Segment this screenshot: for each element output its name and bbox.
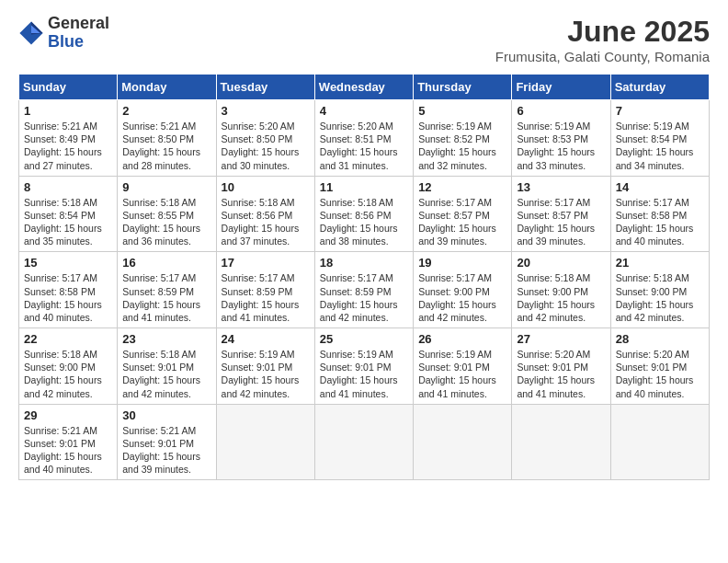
table-row: 14Sunrise: 5:17 AM Sunset: 8:58 PM Dayli… bbox=[610, 176, 709, 252]
table-row: 5Sunrise: 5:19 AM Sunset: 8:52 PM Daylig… bbox=[414, 100, 512, 177]
table-row bbox=[610, 404, 709, 480]
day-number: 3 bbox=[222, 104, 310, 118]
day-number: 4 bbox=[320, 104, 408, 118]
table-row: 3Sunrise: 5:20 AM Sunset: 8:50 PM Daylig… bbox=[216, 100, 314, 177]
table-row: 21Sunrise: 5:18 AM Sunset: 9:00 PM Dayli… bbox=[610, 252, 709, 328]
header-tuesday: Tuesday bbox=[216, 75, 314, 100]
calendar-header-row: Sunday Monday Tuesday Wednesday Thursday… bbox=[19, 75, 710, 100]
day-number: 21 bbox=[616, 256, 704, 270]
table-row: 29Sunrise: 5:21 AM Sunset: 9:01 PM Dayli… bbox=[19, 404, 118, 480]
day-info: Sunrise: 5:19 AM Sunset: 9:01 PM Dayligh… bbox=[418, 348, 506, 400]
day-info: Sunrise: 5:17 AM Sunset: 9:00 PM Dayligh… bbox=[418, 271, 506, 324]
subtitle: Frumusita, Galati County, Romania bbox=[495, 49, 710, 64]
table-row: 25Sunrise: 5:19 AM Sunset: 9:01 PM Dayli… bbox=[314, 328, 413, 405]
day-number: 5 bbox=[418, 104, 506, 118]
day-number: 16 bbox=[122, 256, 210, 270]
day-info: Sunrise: 5:20 AM Sunset: 9:01 PM Dayligh… bbox=[616, 348, 704, 400]
calendar: Sunday Monday Tuesday Wednesday Thursday… bbox=[18, 74, 710, 480]
table-row: 6Sunrise: 5:19 AM Sunset: 8:53 PM Daylig… bbox=[512, 100, 610, 177]
day-number: 26 bbox=[418, 332, 506, 346]
table-row: 1Sunrise: 5:21 AM Sunset: 8:49 PM Daylig… bbox=[19, 100, 118, 177]
day-number: 27 bbox=[517, 332, 605, 346]
header-thursday: Thursday bbox=[414, 75, 512, 100]
table-row: 30Sunrise: 5:21 AM Sunset: 9:01 PM Dayli… bbox=[118, 404, 216, 480]
day-number: 28 bbox=[616, 332, 704, 346]
day-number: 2 bbox=[122, 104, 210, 118]
main-title: June 2025 bbox=[495, 15, 710, 49]
table-row bbox=[314, 404, 413, 480]
day-number: 23 bbox=[122, 332, 210, 346]
day-info: Sunrise: 5:19 AM Sunset: 8:52 PM Dayligh… bbox=[418, 120, 506, 172]
day-number: 13 bbox=[517, 180, 605, 194]
day-info: Sunrise: 5:18 AM Sunset: 8:54 PM Dayligh… bbox=[24, 196, 112, 248]
table-row: 11Sunrise: 5:18 AM Sunset: 8:56 PM Dayli… bbox=[314, 176, 413, 252]
day-info: Sunrise: 5:18 AM Sunset: 9:01 PM Dayligh… bbox=[122, 348, 210, 400]
day-info: Sunrise: 5:20 AM Sunset: 8:50 PM Dayligh… bbox=[222, 120, 310, 172]
table-row: 22Sunrise: 5:18 AM Sunset: 9:00 PM Dayli… bbox=[19, 328, 118, 405]
table-row: 20Sunrise: 5:18 AM Sunset: 9:00 PM Dayli… bbox=[512, 252, 610, 328]
header-saturday: Saturday bbox=[610, 75, 709, 100]
table-row: 19Sunrise: 5:17 AM Sunset: 9:00 PM Dayli… bbox=[414, 252, 512, 328]
header: General Blue June 2025 Frumusita, Galati… bbox=[18, 15, 710, 64]
day-info: Sunrise: 5:17 AM Sunset: 8:58 PM Dayligh… bbox=[616, 196, 704, 248]
day-info: Sunrise: 5:19 AM Sunset: 8:54 PM Dayligh… bbox=[616, 120, 704, 172]
day-number: 25 bbox=[320, 332, 408, 346]
header-sunday: Sunday bbox=[19, 75, 118, 100]
day-info: Sunrise: 5:18 AM Sunset: 8:55 PM Dayligh… bbox=[122, 196, 210, 248]
table-row: 2Sunrise: 5:21 AM Sunset: 8:50 PM Daylig… bbox=[118, 100, 216, 177]
day-info: Sunrise: 5:18 AM Sunset: 9:00 PM Dayligh… bbox=[517, 271, 605, 324]
day-info: Sunrise: 5:18 AM Sunset: 8:56 PM Dayligh… bbox=[222, 196, 310, 248]
day-number: 14 bbox=[616, 180, 704, 194]
logo-blue-text: Blue bbox=[48, 33, 109, 52]
table-row: 13Sunrise: 5:17 AM Sunset: 8:57 PM Dayli… bbox=[512, 176, 610, 252]
header-friday: Friday bbox=[512, 75, 610, 100]
day-number: 18 bbox=[320, 256, 408, 270]
table-row: 28Sunrise: 5:20 AM Sunset: 9:01 PM Dayli… bbox=[610, 328, 709, 405]
day-number: 12 bbox=[418, 180, 506, 194]
table-row: 8Sunrise: 5:18 AM Sunset: 8:54 PM Daylig… bbox=[19, 176, 118, 252]
header-monday: Monday bbox=[118, 75, 216, 100]
table-row: 15Sunrise: 5:17 AM Sunset: 8:58 PM Dayli… bbox=[19, 252, 118, 328]
day-number: 7 bbox=[616, 104, 704, 118]
title-area: June 2025 Frumusita, Galati County, Roma… bbox=[495, 15, 710, 64]
day-number: 10 bbox=[222, 180, 310, 194]
table-row: 7Sunrise: 5:19 AM Sunset: 8:54 PM Daylig… bbox=[610, 100, 709, 177]
day-info: Sunrise: 5:17 AM Sunset: 8:58 PM Dayligh… bbox=[24, 271, 112, 324]
day-info: Sunrise: 5:18 AM Sunset: 9:00 PM Dayligh… bbox=[24, 348, 112, 400]
day-info: Sunrise: 5:17 AM Sunset: 8:59 PM Dayligh… bbox=[222, 271, 310, 324]
day-info: Sunrise: 5:19 AM Sunset: 8:53 PM Dayligh… bbox=[517, 120, 605, 172]
day-number: 1 bbox=[24, 104, 112, 118]
day-info: Sunrise: 5:19 AM Sunset: 9:01 PM Dayligh… bbox=[320, 348, 408, 400]
day-number: 29 bbox=[24, 408, 112, 422]
logo: General Blue bbox=[18, 15, 109, 52]
day-info: Sunrise: 5:20 AM Sunset: 8:51 PM Dayligh… bbox=[320, 120, 408, 172]
logo-general-text: General bbox=[48, 15, 109, 33]
header-wednesday: Wednesday bbox=[314, 75, 413, 100]
day-info: Sunrise: 5:21 AM Sunset: 8:49 PM Dayligh… bbox=[24, 120, 112, 172]
table-row: 18Sunrise: 5:17 AM Sunset: 8:59 PM Dayli… bbox=[314, 252, 413, 328]
logo-icon bbox=[18, 20, 44, 46]
day-number: 9 bbox=[122, 180, 210, 194]
table-row: 10Sunrise: 5:18 AM Sunset: 8:56 PM Dayli… bbox=[216, 176, 314, 252]
day-info: Sunrise: 5:17 AM Sunset: 8:57 PM Dayligh… bbox=[517, 196, 605, 248]
day-number: 30 bbox=[122, 408, 210, 422]
table-row: 9Sunrise: 5:18 AM Sunset: 8:55 PM Daylig… bbox=[118, 176, 216, 252]
day-number: 6 bbox=[517, 104, 605, 118]
table-row: 24Sunrise: 5:19 AM Sunset: 9:01 PM Dayli… bbox=[216, 328, 314, 405]
table-row bbox=[216, 404, 314, 480]
table-row: 23Sunrise: 5:18 AM Sunset: 9:01 PM Dayli… bbox=[118, 328, 216, 405]
table-row: 12Sunrise: 5:17 AM Sunset: 8:57 PM Dayli… bbox=[414, 176, 512, 252]
day-info: Sunrise: 5:17 AM Sunset: 8:59 PM Dayligh… bbox=[122, 271, 210, 324]
day-info: Sunrise: 5:19 AM Sunset: 9:01 PM Dayligh… bbox=[222, 348, 310, 400]
day-info: Sunrise: 5:21 AM Sunset: 9:01 PM Dayligh… bbox=[122, 424, 210, 477]
table-row: 4Sunrise: 5:20 AM Sunset: 8:51 PM Daylig… bbox=[314, 100, 413, 177]
day-number: 22 bbox=[24, 332, 112, 346]
day-number: 8 bbox=[24, 180, 112, 194]
day-number: 24 bbox=[222, 332, 310, 346]
day-number: 20 bbox=[517, 256, 605, 270]
table-row bbox=[414, 404, 512, 480]
day-info: Sunrise: 5:17 AM Sunset: 8:59 PM Dayligh… bbox=[320, 271, 408, 324]
day-info: Sunrise: 5:18 AM Sunset: 8:56 PM Dayligh… bbox=[320, 196, 408, 248]
day-info: Sunrise: 5:20 AM Sunset: 9:01 PM Dayligh… bbox=[517, 348, 605, 400]
day-number: 19 bbox=[418, 256, 506, 270]
